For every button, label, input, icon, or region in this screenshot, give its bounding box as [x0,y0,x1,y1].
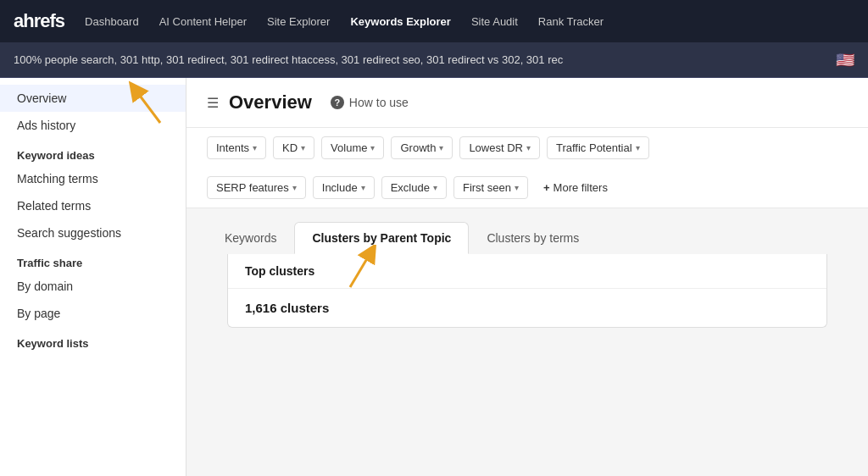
nav-keywords-explorer[interactable]: Keywords Explorer [350,15,451,28]
top-clusters-label: Top clusters [245,264,314,278]
main-content: ☰ Overview ? How to use Intents ▾ KD ▾ V… [186,78,868,476]
plus-icon: + [543,181,550,194]
sidebar-item-by-domain[interactable]: By domain [0,273,186,300]
sidebar-item-ads-history-label: Ads history [17,119,75,132]
top-clusters-header: Top clusters [228,254,826,289]
sidebar-section-keyword-ideas: Keyword ideas [0,139,186,165]
filter-include-label: Include [322,181,358,194]
filter-first-seen-label: First seen [463,181,511,194]
chevron-down-icon: ▾ [636,143,640,152]
filter-serp-features[interactable]: SERP features ▾ [207,176,306,199]
sidebar-item-overview-label: Overview [17,91,66,105]
chevron-down-icon: ▾ [301,143,305,152]
filter-lowest-dr-label: Lowest DR [469,141,523,154]
filters-row-2: SERP features ▾ Include ▾ Exclude ▾ Firs… [207,168,848,208]
nav-rank-tracker[interactable]: Rank Tracker [538,15,604,28]
sidebar-item-overview[interactable]: Overview [0,85,186,112]
filter-traffic-potential-label: Traffic Potential [556,141,632,154]
chevron-down-icon: ▾ [439,143,443,152]
how-to-use-button[interactable]: ? How to use [322,92,417,113]
more-filters-button[interactable]: + More filters [535,177,616,198]
search-bar: 🇺🇸 [0,42,868,78]
filter-growth-label: Growth [400,141,436,154]
filter-volume-label: Volume [331,141,367,154]
filter-exclude[interactable]: Exclude ▾ [381,176,447,199]
sidebar-item-matching-terms[interactable]: Matching terms [0,165,186,192]
main-layout: Overview Ads history Keyword ideas Match… [0,78,868,476]
hamburger-icon[interactable]: ☰ [207,95,219,111]
sidebar-item-ads-history[interactable]: Ads history [0,112,186,139]
clusters-count: 1,616 clusters [228,289,826,327]
filter-serp-features-label: SERP features [216,181,289,194]
filters-row-1: Intents ▾ KD ▾ Volume ▾ Growth ▾ Lowest … [207,128,848,168]
sidebar-item-by-page[interactable]: By page [0,300,186,327]
tab-clusters-terms-label: Clusters by terms [487,231,579,245]
tab-clusters-parent-topic-label: Clusters by Parent Topic [312,231,451,245]
chevron-down-icon: ▾ [292,183,297,192]
logo[interactable]: ahrefs [14,10,64,32]
sidebar-section-traffic-share: Traffic share [0,246,186,273]
chevron-down-icon: ▾ [361,183,365,192]
chevron-down-icon: ▾ [433,183,437,192]
filter-growth[interactable]: Growth ▾ [391,136,453,159]
sidebar-item-by-domain-label: By domain [17,280,73,293]
tabs-row: Keywords Clusters by Parent Topic [207,222,848,254]
filter-volume[interactable]: Volume ▾ [321,136,384,159]
filter-kd[interactable]: KD ▾ [273,136,314,159]
tab-keywords[interactable]: Keywords [207,222,294,254]
clusters-count-value: 1,616 clusters [245,301,329,315]
chevron-down-icon: ▾ [253,143,257,152]
filter-lowest-dr[interactable]: Lowest DR ▾ [459,136,540,159]
sidebar-item-search-suggestions[interactable]: Search suggestions [0,219,186,246]
filter-include[interactable]: Include ▾ [313,176,375,199]
question-circle-icon: ? [331,96,344,109]
chevron-down-icon: ▾ [515,183,519,192]
filter-first-seen[interactable]: First seen ▾ [453,176,528,199]
filters-section: Intents ▾ KD ▾ Volume ▾ Growth ▾ Lowest … [186,128,868,208]
content-header: ☰ Overview ? How to use [186,78,868,128]
keyword-search-input[interactable] [14,53,826,66]
nav-site-explorer[interactable]: Site Explorer [267,15,330,28]
filter-kd-label: KD [282,141,298,154]
tab-clusters-parent-topic[interactable]: Clusters by Parent Topic [294,222,469,254]
sidebar-item-search-suggestions-label: Search suggestions [17,226,121,240]
page-title: Overview [229,91,312,113]
more-filters-label: More filters [554,181,608,194]
top-nav: ahrefs Dashboard AI Content Helper Site … [0,0,868,42]
logo-name: hrefs [23,10,64,31]
clusters-content-panel: Top clusters 1,616 clusters [227,254,827,328]
filter-intents[interactable]: Intents ▾ [207,136,266,159]
tab-keywords-label: Keywords [225,231,276,245]
filter-traffic-potential[interactable]: Traffic Potential ▾ [547,136,649,159]
tabs-wrapper: Keywords Clusters by Parent Topic [186,208,868,328]
sidebar-item-matching-terms-label: Matching terms [17,172,98,185]
chevron-down-icon: ▾ [370,143,375,152]
sidebar-item-related-terms[interactable]: Related terms [0,192,186,219]
filter-exclude-label: Exclude [391,181,430,194]
how-to-use-label: How to use [349,96,409,109]
nav-dashboard[interactable]: Dashboard [85,15,139,28]
sidebar-section-keyword-lists: Keyword lists [0,327,186,353]
nav-ai-content[interactable]: AI Content Helper [159,15,247,28]
sidebar-item-related-terms-label: Related terms [17,199,91,213]
sidebar: Overview Ads history Keyword ideas Match… [0,78,186,476]
tab-clusters-terms[interactable]: Clusters by terms [469,222,597,254]
sidebar-item-by-page-label: By page [17,307,60,320]
logo-brand: a [14,10,23,31]
nav-site-audit[interactable]: Site Audit [471,15,518,28]
country-flag[interactable]: 🇺🇸 [836,51,854,69]
chevron-down-icon: ▾ [526,143,531,152]
filter-intents-label: Intents [216,141,249,154]
